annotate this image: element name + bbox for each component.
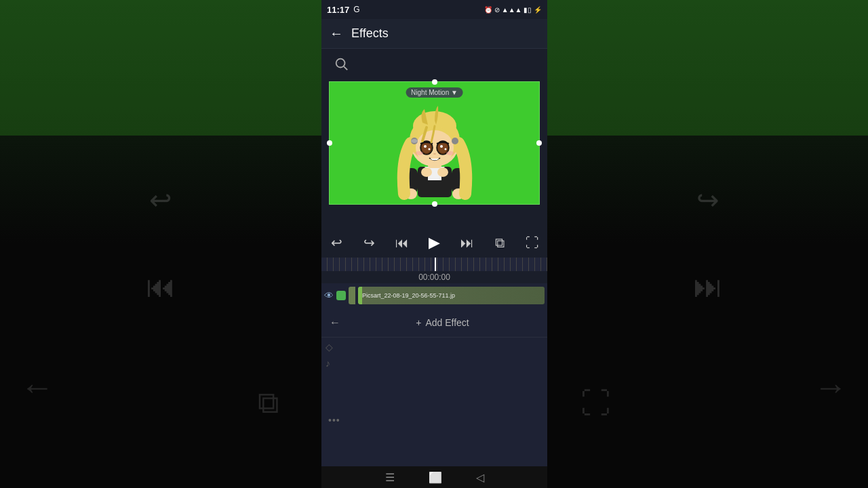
green-screen-canvas[interactable]: Night Motion ▼ [329, 81, 540, 205]
search-button[interactable] [331, 54, 351, 74]
add-effect-plus: + [416, 317, 421, 328]
skip-back-button[interactable]: ⏮ [393, 233, 412, 252]
track-icons: 👁 [324, 290, 346, 301]
clip-name: Picsart_22-08-19_20-56-55-711.jp [362, 292, 455, 299]
visibility-toggle[interactable]: 👁 [324, 290, 334, 301]
playback-controls: ↩ ↪ ⏮ ▶ ⏭ ⧉ ⛶ [321, 228, 547, 258]
svg-point-16 [424, 145, 427, 148]
status-time: 11:17 [327, 5, 349, 15]
svg-point-26 [433, 153, 436, 155]
nav-menu-button[interactable]: ☰ [385, 471, 395, 484]
back-button[interactable]: ← [330, 26, 343, 41]
effects-panel-header: ← + Add Effect [321, 308, 547, 338]
effects-panel: ← + Add Effect ◇ ♪ ••• [321, 308, 547, 466]
character-figure [387, 92, 482, 197]
phone-frame: 11:17 G ⏰ ⊘ ▲▲▲ ▮▯ ⚡ ← Effects Nigh [321, 0, 547, 488]
svg-line-1 [344, 66, 347, 70]
status-carrier: G [353, 5, 359, 14]
track-clip[interactable]: Picsart_22-08-19_20-56-55-711.jp [358, 287, 545, 304]
svg-point-17 [428, 148, 430, 150]
add-effect-label: Add Effect [425, 317, 469, 328]
handle-top-center[interactable] [432, 79, 437, 85]
svg-line-2 [338, 62, 338, 63]
svg-point-15 [422, 142, 431, 153]
android-nav-bar: ☰ ⬜ ◁ [321, 466, 547, 488]
more-options-button[interactable]: ••• [328, 415, 340, 426]
timeline-ruler[interactable]: // Generate ticks visually via inline ap… [321, 258, 547, 271]
redo-button[interactable]: ↪ [360, 233, 379, 252]
play-button[interactable]: ▶ [425, 233, 444, 252]
undo-button[interactable]: ↩ [328, 233, 347, 252]
effects-header: ← Effects [321, 19, 547, 49]
copy-button[interactable]: ⧉ [490, 233, 509, 252]
svg-point-0 [336, 59, 345, 68]
search-area [321, 49, 547, 79]
svg-point-24 [415, 151, 423, 155]
svg-point-30 [421, 167, 432, 177]
nav-back-button[interactable]: ◁ [476, 471, 484, 484]
status-icons: ⏰ ⊘ ▲▲▲ ▮▯ ⚡ [484, 6, 542, 14]
video-preview: Night Motion ▼ [321, 79, 547, 207]
track-color-dot[interactable] [336, 291, 346, 300]
skip-forward-button[interactable]: ⏭ [458, 233, 477, 252]
diamond-icon: ◇ [326, 342, 333, 352]
timecode-display: 00:00:00 [321, 271, 547, 283]
handle-bottom-center[interactable] [432, 201, 437, 207]
svg-point-28 [452, 138, 458, 144]
handle-mid-left[interactable] [327, 140, 332, 146]
svg-point-20 [438, 142, 448, 153]
clip-handle-left[interactable] [349, 287, 355, 304]
preview-spacer [321, 207, 547, 228]
svg-point-31 [437, 167, 448, 177]
nav-home-button[interactable]: ⬜ [429, 471, 442, 484]
crop-button[interactable]: ⛶ [523, 233, 542, 252]
side-icons: ◇ ♪ [326, 342, 333, 369]
timeline-track[interactable]: 👁 Picsart_22-08-19_20-56-55-711.jp [321, 283, 547, 308]
timeline-area: // Generate ticks visually via inline ap… [321, 258, 547, 308]
playhead[interactable] [435, 258, 436, 271]
svg-point-21 [440, 145, 443, 148]
page-title: Effects [351, 26, 389, 41]
svg-point-22 [444, 148, 446, 150]
wave-icon: ♪ [326, 358, 333, 369]
handle-mid-right[interactable] [536, 140, 542, 146]
panel-back-button[interactable]: ← [330, 317, 340, 329]
add-effect-button[interactable]: + Add Effect [346, 310, 539, 335]
svg-point-29 [411, 139, 418, 143]
svg-point-25 [446, 151, 454, 155]
status-bar: 11:17 G ⏰ ⊘ ▲▲▲ ▮▯ ⚡ [321, 0, 547, 19]
